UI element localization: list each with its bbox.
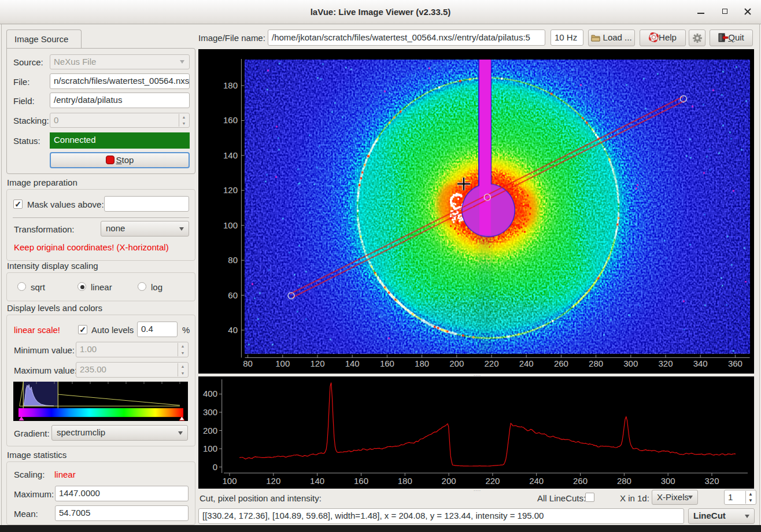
svg-text:180: 180	[398, 476, 412, 486]
svg-text:260: 260	[554, 359, 568, 368]
svg-text:300: 300	[661, 476, 675, 486]
svg-text:300: 300	[203, 407, 217, 417]
svg-text:180: 180	[415, 359, 429, 368]
svg-text:220: 220	[484, 359, 498, 368]
svg-text:320: 320	[704, 476, 719, 486]
svg-text:140: 140	[345, 359, 360, 368]
svg-text:200: 200	[203, 426, 217, 435]
svg-text:280: 280	[589, 359, 603, 368]
svg-text:340: 340	[693, 359, 708, 368]
svg-text:240: 240	[529, 476, 544, 486]
svg-text:100: 100	[222, 476, 237, 486]
svg-text:120: 120	[223, 185, 238, 195]
svg-text:120: 120	[310, 359, 324, 368]
svg-text:80: 80	[243, 359, 253, 368]
svg-text:260: 260	[573, 476, 588, 486]
svg-text:320: 320	[658, 359, 673, 368]
svg-text:100: 100	[203, 444, 217, 453]
svg-text:180: 180	[223, 80, 238, 90]
svg-text:160: 160	[223, 115, 238, 125]
svg-text:140: 140	[310, 476, 324, 486]
svg-text:0: 0	[213, 462, 217, 472]
svg-text:360: 360	[728, 359, 742, 368]
svg-text:160: 160	[380, 359, 394, 368]
svg-text:160: 160	[354, 476, 368, 486]
svg-text:140: 140	[223, 150, 238, 160]
svg-text:400: 400	[203, 389, 217, 398]
svg-text:100: 100	[223, 220, 238, 230]
svg-text:40: 40	[228, 325, 238, 335]
svg-text:280: 280	[617, 476, 631, 486]
svg-text:120: 120	[266, 476, 280, 486]
svg-text:80: 80	[228, 255, 238, 265]
svg-text:200: 200	[442, 476, 456, 486]
svg-text:300: 300	[623, 359, 638, 368]
svg-text:220: 220	[485, 476, 500, 486]
svg-text:60: 60	[228, 290, 238, 300]
svg-text:100: 100	[275, 359, 290, 368]
svg-text:240: 240	[519, 359, 534, 368]
svg-text:200: 200	[449, 359, 464, 368]
